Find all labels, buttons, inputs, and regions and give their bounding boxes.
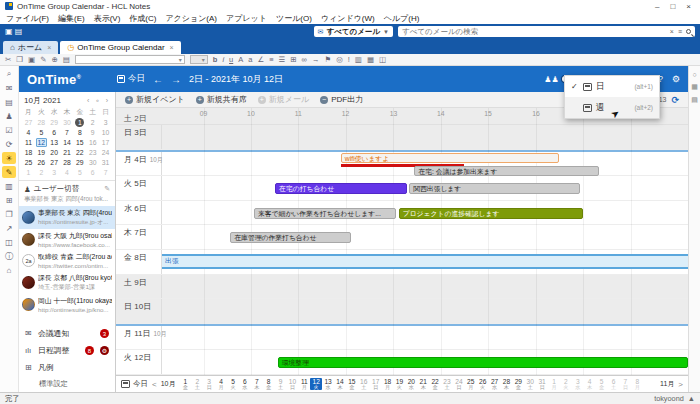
format-icon-r9[interactable]: ∞ — [302, 55, 307, 64]
day-row-12日[interactable]: 火 12日環境整理 — [116, 350, 688, 375]
strip-day-17[interactable]: 17日 — [370, 378, 382, 391]
bookmark-icon-1[interactable]: ✉ — [2, 82, 16, 94]
user-list-item-1[interactable]: 課長 大阪 九郎(9rou osak...https://www.faceboo… — [19, 229, 115, 250]
format-icon-r2[interactable]: u — [229, 55, 233, 64]
user-list-item-2[interactable]: 2a取締役 青森 二郎(2rou ao...https://twitter.co… — [19, 250, 115, 271]
minical-day-6[interactable]: 6 — [86, 167, 99, 177]
minical-day-26[interactable]: 26 — [35, 157, 48, 167]
strip-day-3[interactable]: 3水 — [572, 378, 584, 391]
format-icon-2[interactable]: ▣ — [28, 55, 35, 64]
minical-day-29[interactable]: 29 — [73, 157, 86, 167]
menu-item-6[interactable]: ツール(O) — [276, 13, 312, 24]
mail-scope-dropdown[interactable]: ✉ すべてのメール ▼ — [314, 26, 393, 37]
tab-ontime-calendar[interactable]: ◷ OnTime Group Calendar × — [60, 41, 180, 54]
strip-day-27[interactable]: 27水 — [489, 378, 501, 391]
minical-day-17[interactable]: 17 — [99, 137, 112, 147]
strip-day-18[interactable]: 18月 — [382, 378, 394, 391]
strip-day-22[interactable]: 22金 — [429, 378, 441, 391]
minical-day-1[interactable]: 1 — [22, 167, 35, 177]
minical-day-20[interactable]: 20 — [48, 147, 61, 157]
strip-day-6[interactable]: 6土 — [608, 378, 620, 391]
minical-day-11[interactable]: 11 — [22, 137, 35, 147]
strip-day-14[interactable]: 14木 — [334, 378, 346, 391]
maximize-button[interactable]: □ — [670, 2, 675, 11]
strip-day-1[interactable]: 1金 — [179, 378, 191, 391]
minical-day-15[interactable]: 15 — [73, 137, 86, 147]
minical-day-28[interactable]: 28 — [61, 157, 74, 167]
tab-home[interactable]: ⌂ ホーム × — [3, 41, 58, 54]
format-icon-r11[interactable]: ⚑ — [324, 55, 331, 64]
minical-day-10[interactable]: 10 — [99, 127, 112, 137]
minical-day-16[interactable]: 16 — [86, 137, 99, 147]
notes-icon-0[interactable]: ▣ — [5, 27, 15, 36]
event-bar[interactable]: 出張 — [162, 254, 688, 269]
menu-item-0[interactable]: ファイル(F) — [6, 13, 49, 24]
strip-day-6[interactable]: 6水 — [239, 378, 251, 391]
day-row-7日[interactable]: 木 7日在庫管理の作業打ち合わせ — [116, 225, 688, 250]
event-bar[interactable]: プロジェクトの進捗確認します — [399, 208, 583, 219]
minical-day-4[interactable]: 4 — [61, 167, 74, 177]
strip-prev-button[interactable]: < — [152, 380, 157, 389]
panel-icon-0[interactable]: ○ — [692, 71, 696, 78]
minical-day-5[interactable]: 5 — [73, 167, 86, 177]
minical-day-27[interactable]: 27 — [22, 117, 35, 127]
strip-day-28[interactable]: 28木 — [501, 378, 513, 391]
format-icon-r15[interactable]: ▦ — [367, 55, 374, 64]
minical-day-2[interactable]: 2 — [35, 167, 48, 177]
day-row-4日[interactable]: 月 4日10月wifi使いますよ在宅: 会議は参加出来ます — [116, 150, 688, 177]
minical-day-7[interactable]: 7 — [99, 167, 112, 177]
strip-day-1[interactable]: 1月 — [548, 378, 560, 391]
strip-day-7[interactable]: 7日 — [619, 378, 631, 391]
strip-day-12[interactable]: 12火 — [310, 378, 322, 391]
day-row-6日[interactable]: 水 6日来客で細かい作業を打ち合わせします...プロジェクトの進捗確認します — [116, 201, 688, 226]
minical-day-5[interactable]: 5 — [35, 127, 48, 137]
menu-item-3[interactable]: 作成(C) — [129, 13, 156, 24]
bookmark-icon-12[interactable]: ◫ — [2, 236, 16, 248]
day-row-3日[interactable]: 日 3日 — [116, 125, 688, 150]
strip-day-4[interactable]: 4木 — [584, 378, 596, 391]
minical-day-8[interactable]: 8 — [73, 127, 86, 137]
strip-day-10[interactable]: 10日 — [286, 378, 298, 391]
minical-day-4[interactable]: 4 — [22, 127, 35, 137]
strip-day-21[interactable]: 21木 — [417, 378, 429, 391]
minical-day-6[interactable]: 6 — [48, 127, 61, 137]
menu-item-7[interactable]: ウィンドウ(W) — [321, 13, 375, 24]
toolbar-button-1[interactable]: +新規共有席 — [196, 94, 247, 105]
strip-day-4[interactable]: 4月 — [215, 378, 227, 391]
format-icon-0[interactable]: ✂ — [5, 55, 11, 64]
minical-day-23[interactable]: 23 — [86, 147, 99, 157]
day-row-9日[interactable]: 土 9日 — [116, 275, 688, 300]
strip-day-29[interactable]: 29金 — [512, 378, 524, 391]
format-icon-r0[interactable]: b — [213, 55, 218, 64]
strip-day-24[interactable]: 24日 — [453, 378, 465, 391]
minical-day-31[interactable]: 31 — [99, 157, 112, 167]
bookmark-icon-10[interactable]: ❐ — [2, 208, 16, 220]
strip-day-7[interactable]: 7木 — [251, 378, 263, 391]
settings-gear-icon[interactable]: ⚙ — [672, 74, 680, 84]
search-options-icon[interactable]: ≡ — [678, 28, 682, 35]
minical-day-21[interactable]: 21 — [61, 147, 74, 157]
edit-pencil-icon[interactable]: ✎ — [104, 185, 110, 193]
search-box[interactable]: × ≡ — [398, 26, 695, 37]
sidebar-item-日程調整[interactable]: ılı日程調整8⚙ — [19, 342, 115, 359]
strip-day-16[interactable]: 16土 — [358, 378, 370, 391]
strip-day-31[interactable]: 31日 — [536, 378, 548, 391]
minical-day-18[interactable]: 18 — [22, 147, 35, 157]
bookmark-icon-2[interactable]: ▤ — [2, 96, 16, 108]
minical-day-9[interactable]: 9 — [86, 127, 99, 137]
strip-day-20[interactable]: 20水 — [405, 378, 417, 391]
strip-day-23[interactable]: 23土 — [441, 378, 453, 391]
bookmark-icon-14[interactable]: ⌂ — [2, 264, 16, 276]
strip-day-25[interactable]: 25月 — [465, 378, 477, 391]
refresh-icon[interactable]: ⟳ — [671, 95, 679, 105]
user-list-item-4[interactable]: 岡山 十一郎(11rou okaya...http://ontimesuite.… — [19, 294, 115, 315]
bookmark-icon-13[interactable]: ⓘ — [2, 250, 16, 262]
next-arrow-button[interactable]: → — [171, 74, 181, 85]
format-icon-1[interactable]: ❐ — [16, 55, 23, 64]
toolbar-button-3[interactable]: −PDF出力 — [320, 94, 363, 105]
minical-day-30[interactable]: 30 — [61, 117, 74, 127]
clear-search-icon[interactable]: × — [670, 28, 674, 35]
bookmark-icon-3[interactable]: ♟ — [2, 110, 16, 122]
minical-day-27[interactable]: 27 — [48, 157, 61, 167]
menu-item-1[interactable]: 編集(E) — [58, 13, 85, 24]
